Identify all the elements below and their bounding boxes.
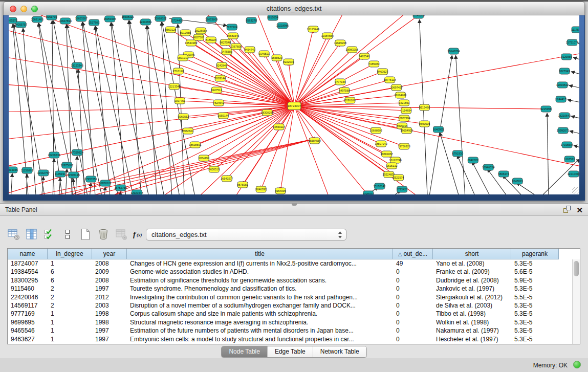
graph-node[interactable]: 18300295: [261, 110, 273, 116]
graph-node[interactable]: 12610651: [139, 19, 151, 25]
citation-edge-selected[interactable]: [294, 50, 352, 106]
graph-node[interactable]: 16059395: [103, 16, 116, 22]
table-cell[interactable]: 5.3E-5: [511, 335, 559, 343]
graph-node[interactable]: 18698321: [121, 15, 134, 20]
graph-node[interactable]: 18226058: [194, 28, 207, 34]
table-cell[interactable]: 1: [48, 326, 92, 335]
citation-edge[interactable]: [178, 24, 184, 194]
graph-node[interactable]: 20681546: [227, 33, 239, 39]
table-cell[interactable]: 0: [393, 335, 433, 343]
graph-node[interactable]: 9245022: [363, 191, 374, 194]
graph-node[interactable]: 16120746: [389, 157, 401, 163]
graph-node[interactable]: 15724405: [170, 17, 183, 24]
table-cell[interactable]: Investigating the contribution of common…: [127, 293, 393, 301]
table-cell[interactable]: Tibbo et al. (1998): [433, 310, 511, 318]
graph-node[interactable]: 11156869: [21, 167, 33, 173]
table-cell[interactable]: de Silva et al. (2003): [433, 301, 511, 310]
graph-node[interactable]: 15584554: [309, 138, 321, 144]
graph-node[interactable]: 6791930: [452, 150, 463, 157]
table-cell[interactable]: Dudbridge et al. (2008): [433, 276, 511, 285]
table-cell[interactable]: 19384554: [8, 268, 48, 276]
graph-node[interactable]: 18164691: [394, 92, 406, 98]
table-cell[interactable]: Structural magnetic resonance image aver…: [127, 318, 393, 326]
graph-node[interactable]: 10653287: [75, 15, 88, 21]
graph-node[interactable]: 9827503: [193, 34, 204, 40]
table-cell[interactable]: 0: [393, 276, 433, 285]
table-cell[interactable]: 1998: [92, 318, 127, 326]
table-row[interactable]: 969969511998Structural magnetic resonanc…: [8, 318, 580, 326]
graph-node[interactable]: 1568520: [271, 55, 282, 61]
graph-node[interactable]: 1321861: [399, 100, 409, 106]
graph-node[interactable]: 9361793: [46, 15, 57, 20]
citation-edge[interactable]: [11, 173, 12, 194]
graph-node[interactable]: 16782759: [114, 185, 126, 191]
table-cell[interactable]: 2008: [92, 276, 127, 285]
graph-node[interactable]: 20068022: [154, 15, 166, 21]
table-cell[interactable]: 5.5E-5: [511, 293, 559, 301]
graph-node[interactable]: 13505135: [68, 172, 80, 178]
tab-network-table[interactable]: Network Table: [313, 346, 366, 357]
graph-node[interactable]: 2367608: [231, 43, 242, 50]
graph-node[interactable]: 1937751: [175, 98, 185, 104]
table-row[interactable]: 911546021997Tourette syndrome. Phenomeno…: [8, 285, 580, 293]
column-select-icon[interactable]: [25, 228, 38, 241]
citation-edge[interactable]: [38, 23, 63, 194]
column-header-in_degree[interactable]: in_degree: [48, 249, 92, 259]
graph-node[interactable]: 17016504: [561, 142, 573, 148]
table-cell[interactable]: 1997: [92, 335, 127, 343]
graph-node[interactable]: 7952824: [183, 128, 193, 134]
graph-node[interactable]: 9777169: [335, 79, 345, 85]
citation-edge[interactable]: [129, 20, 142, 194]
citation-edge[interactable]: [568, 100, 579, 103]
graph-node[interactable]: 10975887: [61, 162, 73, 168]
graph-node[interactable]: 15136141: [374, 183, 386, 189]
table-cell[interactable]: Nakamura et al. (1997): [433, 326, 511, 335]
graph-node[interactable]: 2718120: [173, 68, 184, 74]
graph-node[interactable]: 9154694: [401, 107, 411, 114]
table-cell[interactable]: Corpus callosum shape and size in male p…: [127, 310, 393, 318]
graph-node[interactable]: 2036188: [344, 97, 355, 103]
graph-node[interactable]: 9465546: [359, 53, 369, 59]
graph-node[interactable]: 3913156: [9, 167, 18, 173]
table-cell[interactable]: Estimation of significance thresholds fo…: [127, 276, 393, 285]
column-header-out_de[interactable]: △out_de...: [393, 249, 433, 259]
table-cell[interactable]: 0: [393, 310, 433, 318]
table-cell[interactable]: 9699695: [8, 318, 48, 326]
graph-node[interactable]: 1167531: [564, 156, 575, 162]
function-builder-icon[interactable]: f(x): [133, 228, 146, 241]
graph-node[interactable]: 17957253: [85, 176, 97, 182]
citation-edge-selected[interactable]: [9, 51, 294, 106]
citation-edge[interactable]: [111, 23, 126, 194]
graph-node[interactable]: 9801013: [178, 55, 188, 61]
table-cell[interactable]: 5.3E-5: [511, 259, 559, 268]
graph-node[interactable]: 14055757: [15, 21, 27, 28]
table-row[interactable]: 2242004622012Investigating the contribut…: [8, 293, 580, 301]
table-cell[interactable]: 14569117: [8, 301, 48, 310]
graph-node[interactable]: 1145194: [55, 171, 66, 177]
graph-node[interactable]: 1659144: [218, 113, 229, 119]
table-cell[interactable]: Disruption of a novel member of a sodium…: [127, 301, 393, 310]
citation-edge[interactable]: [574, 145, 579, 149]
table-settings-icon[interactable]: [7, 228, 20, 241]
graph-node[interactable]: 8454743: [244, 47, 255, 53]
table-row[interactable]: 1938455462009Genome-wide association stu…: [8, 268, 580, 276]
graph-node[interactable]: 16946054: [482, 164, 494, 170]
table-cell[interactable]: 5.3E-5: [511, 318, 559, 326]
citation-edge[interactable]: [96, 26, 135, 194]
table-cell[interactable]: 49: [393, 259, 433, 268]
graph-node[interactable]: 10697427: [390, 84, 402, 91]
table-cell[interactable]: 1: [48, 259, 92, 268]
table-cell[interactable]: 2003: [92, 301, 127, 310]
network-graph[interactable]: 1405575140557572069140693617931064789410…: [9, 15, 579, 194]
graph-node[interactable]: 12213349: [168, 83, 180, 90]
graph-node[interactable]: 8186328: [206, 37, 216, 43]
citation-edge-selected[interactable]: [294, 106, 389, 194]
graph-node[interactable]: 17359924: [71, 149, 83, 156]
table-cell[interactable]: Wolkin et al. (1998): [433, 318, 511, 326]
graph-node[interactable]: 9046392: [255, 186, 266, 192]
table-cell[interactable]: Franke et al. (2009): [433, 268, 511, 276]
citation-edge[interactable]: [578, 43, 579, 47]
graph-node[interactable]: 9650519: [209, 166, 220, 172]
table-cell[interactable]: 2012: [92, 293, 127, 301]
splitter-handle[interactable]: [292, 203, 297, 206]
